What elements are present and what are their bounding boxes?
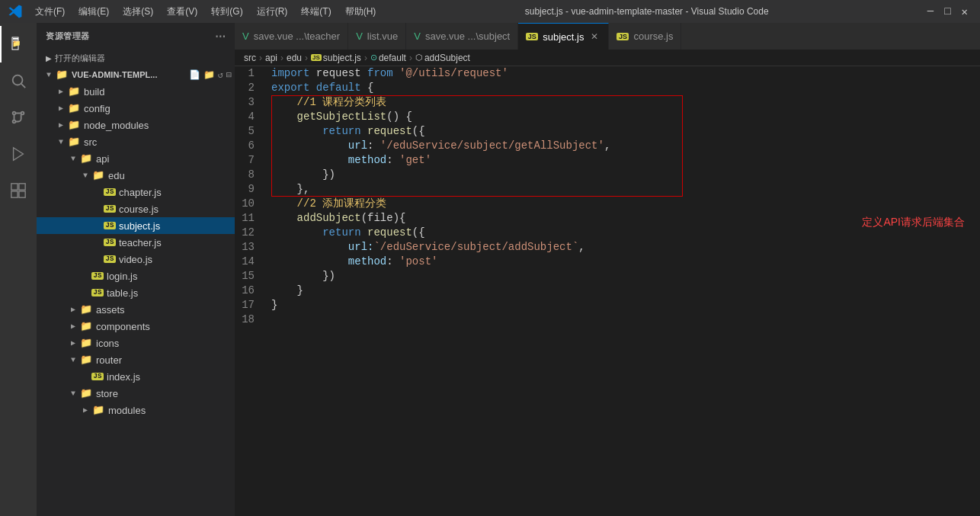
store-icon: 📁 (79, 387, 93, 399)
open-editors-header[interactable]: ▶ 打开的编辑器 (37, 50, 235, 66)
tab-save-subject[interactable]: V save.vue ...\subject (406, 23, 518, 50)
menu-view[interactable]: 查看(V) (161, 4, 203, 20)
tree-item-edu[interactable]: ▼ 📁 edu (37, 167, 235, 184)
explorer-icon[interactable]: 📁 (0, 26, 37, 62)
tree-item-src[interactable]: ▼ 📁 src (37, 133, 235, 150)
tree-item-icons[interactable]: ▶ 📁 icons (37, 335, 235, 351)
menu-goto[interactable]: 转到(G) (205, 4, 248, 20)
breadcrumb-api[interactable]: api (265, 53, 277, 63)
breadcrumb-default-icon: ⊙ (370, 53, 377, 62)
tab-save-teacher[interactable]: V save.vue ...\teacher (235, 23, 348, 50)
edu-label: edu (108, 170, 125, 181)
components-label: components (96, 321, 150, 332)
minimize-button[interactable]: ─ (923, 5, 938, 18)
build-icon: 📁 (67, 85, 81, 98)
git-icon[interactable] (0, 99, 37, 136)
tree-item-api[interactable]: ▼ 📁 api (37, 150, 235, 167)
tab-subject-js[interactable]: JS subject.js ✕ (518, 23, 609, 50)
tree-item-store[interactable]: ▼ 📁 store (37, 385, 235, 402)
menu-file[interactable]: 文件(F) (29, 4, 71, 20)
router-index-js-icon: JS (91, 373, 104, 380)
router-icon: 📁 (79, 354, 93, 366)
breadcrumb-add-subject-label: addSubject (424, 53, 470, 63)
tree-item-router[interactable]: ▼ 📁 router (37, 351, 235, 368)
subject-js-icon: JS (104, 222, 116, 229)
svg-point-7 (13, 112, 16, 115)
menu-run[interactable]: 运行(R) (251, 4, 294, 20)
table-js-icon: JS (91, 289, 104, 296)
tab-close-subject[interactable]: ✕ (588, 30, 600, 43)
edu-arrow: ▼ (79, 171, 91, 180)
tree-item-modules[interactable]: ▶ 📁 modules (37, 402, 235, 418)
modules-label: modules (108, 405, 146, 416)
svg-point-8 (21, 112, 24, 115)
tree-item-video[interactable]: JS video.js (37, 251, 235, 268)
code-line-14: method: 'post' (271, 255, 980, 269)
code-line-5: return request({ (271, 124, 980, 139)
menu-edit[interactable]: 编辑(E) (72, 4, 115, 20)
src-arrow: ▼ (55, 138, 67, 146)
tab-course-js[interactable]: JS course.js (609, 23, 681, 50)
new-file-icon[interactable]: ⋯ (215, 30, 226, 43)
config-arrow: ▶ (55, 104, 67, 113)
tree-item-table[interactable]: JS table.js (37, 284, 235, 301)
store-label: store (96, 388, 118, 399)
new-folder-btn[interactable]: 📁 (203, 69, 215, 81)
tree-item-chapter[interactable]: JS chapter.js (37, 184, 235, 200)
line-numbers: 12345 678910 1112131415 161718 (235, 66, 265, 516)
debug-icon[interactable] (0, 136, 37, 172)
tree-item-components[interactable]: ▶ 📁 components (37, 318, 235, 335)
subject-label: subject.js (119, 220, 160, 232)
course-label: course.js (119, 204, 159, 215)
extensions-icon[interactable] (0, 172, 37, 209)
tree-item-build[interactable]: ▶ 📁 build (37, 83, 235, 100)
breadcrumb-edu[interactable]: edu (287, 53, 302, 63)
breadcrumb-add-subject[interactable]: ⬡ addSubject (415, 53, 470, 63)
collapse-btn[interactable]: ⊟ (226, 69, 232, 81)
open-editors-label: 打开的编辑器 (55, 53, 105, 64)
sidebar-title: 资源管理器 (46, 30, 90, 42)
router-label: router (96, 354, 122, 366)
api-arrow: ▼ (67, 155, 79, 163)
search-icon[interactable] (0, 62, 37, 99)
close-button[interactable]: ✕ (957, 5, 972, 18)
code-content[interactable]: 定义API请求后端集合 import request from '@/utils… (265, 66, 980, 516)
assets-arrow: ▶ (67, 305, 79, 314)
breadcrumb-file[interactable]: JS subject.js (311, 53, 361, 63)
assets-icon: 📁 (79, 303, 93, 316)
new-file-btn[interactable]: 📄 (189, 69, 200, 81)
tab-label-subject: subject.js (543, 31, 584, 43)
config-label: config (84, 103, 110, 114)
tree-item-subject[interactable]: JS subject.js (37, 217, 235, 234)
menu-help[interactable]: 帮助(H) (339, 4, 383, 20)
node-modules-label: node_modules (84, 120, 149, 131)
open-editors-arrow: ▶ (46, 54, 52, 62)
tab-list[interactable]: V list.vue (348, 23, 406, 50)
refresh-btn[interactable]: ↺ (218, 69, 223, 81)
menu-select[interactable]: 选择(S) (117, 4, 159, 20)
tree-item-config[interactable]: ▶ 📁 config (37, 100, 235, 117)
tree-item-node-modules[interactable]: ▶ 📁 node_modules (37, 117, 235, 133)
code-editor[interactable]: 12345 678910 1112131415 161718 定义API请求后端… (235, 66, 980, 516)
tree-item-teacher[interactable]: JS teacher.js (37, 234, 235, 251)
breadcrumb-src[interactable]: src (244, 53, 256, 63)
menu-terminal[interactable]: 终端(T) (295, 4, 337, 20)
tree-item-router-index[interactable]: JS index.js (37, 368, 235, 385)
maximize-button[interactable]: □ (940, 5, 955, 18)
breadcrumb: src › api › edu › JS subject.js › ⊙ defa… (235, 50, 980, 66)
menu-bar[interactable]: 文件(F) 编辑(E) 选择(S) 查看(V) 转到(G) 运行(R) 终端(T… (29, 4, 382, 20)
sidebar-header-actions[interactable]: ⋯ (215, 30, 226, 43)
code-line-8: }) (271, 168, 980, 182)
tab-vue-icon-3: V (414, 30, 421, 42)
tree-item-login[interactable]: JS login.js (37, 268, 235, 284)
video-label: video.js (119, 254, 152, 265)
root-folder[interactable]: ▼ 📁 VUE-ADMIN-TEMPL... 📄 📁 ↺ ⊟ (37, 66, 235, 83)
breadcrumb-default[interactable]: ⊙ default (370, 53, 406, 63)
tree-item-course[interactable]: JS course.js (37, 200, 235, 217)
breadcrumb-subject-js: subject.js (323, 53, 361, 63)
svg-rect-12 (11, 191, 18, 197)
course-js-icon: JS (104, 205, 116, 213)
chapter-js-icon: JS (104, 188, 116, 196)
tree-item-assets[interactable]: ▶ 📁 assets (37, 301, 235, 318)
components-icon: 📁 (79, 320, 93, 332)
